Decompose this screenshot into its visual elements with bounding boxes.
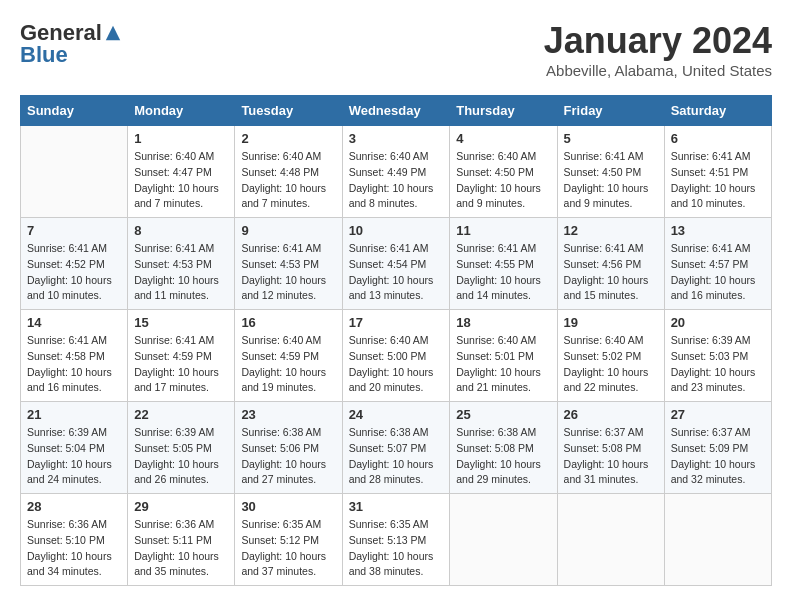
day-number: 12: [564, 223, 658, 238]
calendar-cell: 4Sunrise: 6:40 AMSunset: 4:50 PMDaylight…: [450, 126, 557, 218]
calendar-cell: [557, 494, 664, 586]
day-number: 6: [671, 131, 765, 146]
calendar-cell: 18Sunrise: 6:40 AMSunset: 5:01 PMDayligh…: [450, 310, 557, 402]
day-number: 7: [27, 223, 121, 238]
day-number: 11: [456, 223, 550, 238]
day-info: Sunrise: 6:41 AMSunset: 4:59 PMDaylight:…: [134, 333, 228, 396]
calendar-cell: 31Sunrise: 6:35 AMSunset: 5:13 PMDayligh…: [342, 494, 450, 586]
title-block: January 2024 Abbeville, Alabama, United …: [544, 20, 772, 79]
day-info: Sunrise: 6:37 AMSunset: 5:08 PMDaylight:…: [564, 425, 658, 488]
day-number: 21: [27, 407, 121, 422]
day-info: Sunrise: 6:36 AMSunset: 5:10 PMDaylight:…: [27, 517, 121, 580]
day-number: 9: [241, 223, 335, 238]
day-number: 4: [456, 131, 550, 146]
calendar-cell: 9Sunrise: 6:41 AMSunset: 4:53 PMDaylight…: [235, 218, 342, 310]
col-header-wednesday: Wednesday: [342, 96, 450, 126]
day-info: Sunrise: 6:41 AMSunset: 4:53 PMDaylight:…: [241, 241, 335, 304]
day-info: Sunrise: 6:39 AMSunset: 5:05 PMDaylight:…: [134, 425, 228, 488]
day-number: 31: [349, 499, 444, 514]
calendar-cell: 8Sunrise: 6:41 AMSunset: 4:53 PMDaylight…: [128, 218, 235, 310]
col-header-tuesday: Tuesday: [235, 96, 342, 126]
calendar-body: 1Sunrise: 6:40 AMSunset: 4:47 PMDaylight…: [21, 126, 772, 586]
day-info: Sunrise: 6:38 AMSunset: 5:07 PMDaylight:…: [349, 425, 444, 488]
day-info: Sunrise: 6:40 AMSunset: 4:50 PMDaylight:…: [456, 149, 550, 212]
day-info: Sunrise: 6:41 AMSunset: 4:56 PMDaylight:…: [564, 241, 658, 304]
day-info: Sunrise: 6:38 AMSunset: 5:06 PMDaylight:…: [241, 425, 335, 488]
day-info: Sunrise: 6:40 AMSunset: 4:47 PMDaylight:…: [134, 149, 228, 212]
day-number: 5: [564, 131, 658, 146]
calendar-cell: 3Sunrise: 6:40 AMSunset: 4:49 PMDaylight…: [342, 126, 450, 218]
day-info: Sunrise: 6:41 AMSunset: 4:55 PMDaylight:…: [456, 241, 550, 304]
day-info: Sunrise: 6:37 AMSunset: 5:09 PMDaylight:…: [671, 425, 765, 488]
calendar-cell: 15Sunrise: 6:41 AMSunset: 4:59 PMDayligh…: [128, 310, 235, 402]
calendar-cell: 5Sunrise: 6:41 AMSunset: 4:50 PMDaylight…: [557, 126, 664, 218]
col-header-friday: Friday: [557, 96, 664, 126]
calendar-cell: 17Sunrise: 6:40 AMSunset: 5:00 PMDayligh…: [342, 310, 450, 402]
day-info: Sunrise: 6:40 AMSunset: 4:49 PMDaylight:…: [349, 149, 444, 212]
page-header: General Blue January 2024 Abbeville, Ala…: [20, 20, 772, 79]
month-title: January 2024: [544, 20, 772, 62]
calendar-cell: 22Sunrise: 6:39 AMSunset: 5:05 PMDayligh…: [128, 402, 235, 494]
day-number: 18: [456, 315, 550, 330]
logo: General Blue: [20, 20, 122, 68]
calendar-cell: 21Sunrise: 6:39 AMSunset: 5:04 PMDayligh…: [21, 402, 128, 494]
day-number: 16: [241, 315, 335, 330]
day-number: 1: [134, 131, 228, 146]
calendar-cell: 24Sunrise: 6:38 AMSunset: 5:07 PMDayligh…: [342, 402, 450, 494]
day-number: 10: [349, 223, 444, 238]
col-header-monday: Monday: [128, 96, 235, 126]
svg-marker-0: [106, 26, 120, 40]
logo-icon: [104, 24, 122, 42]
day-number: 13: [671, 223, 765, 238]
day-number: 19: [564, 315, 658, 330]
day-number: 25: [456, 407, 550, 422]
day-info: Sunrise: 6:41 AMSunset: 4:57 PMDaylight:…: [671, 241, 765, 304]
day-info: Sunrise: 6:40 AMSunset: 5:02 PMDaylight:…: [564, 333, 658, 396]
day-number: 29: [134, 499, 228, 514]
calendar-week-row: 14Sunrise: 6:41 AMSunset: 4:58 PMDayligh…: [21, 310, 772, 402]
calendar-cell: 26Sunrise: 6:37 AMSunset: 5:08 PMDayligh…: [557, 402, 664, 494]
calendar-cell: 25Sunrise: 6:38 AMSunset: 5:08 PMDayligh…: [450, 402, 557, 494]
calendar-table: SundayMondayTuesdayWednesdayThursdayFrid…: [20, 95, 772, 586]
day-number: 3: [349, 131, 444, 146]
calendar-week-row: 1Sunrise: 6:40 AMSunset: 4:47 PMDaylight…: [21, 126, 772, 218]
logo-blue-text: Blue: [20, 42, 68, 68]
calendar-cell: 27Sunrise: 6:37 AMSunset: 5:09 PMDayligh…: [664, 402, 771, 494]
day-info: Sunrise: 6:35 AMSunset: 5:12 PMDaylight:…: [241, 517, 335, 580]
location: Abbeville, Alabama, United States: [544, 62, 772, 79]
day-number: 22: [134, 407, 228, 422]
calendar-cell: 1Sunrise: 6:40 AMSunset: 4:47 PMDaylight…: [128, 126, 235, 218]
day-info: Sunrise: 6:38 AMSunset: 5:08 PMDaylight:…: [456, 425, 550, 488]
day-info: Sunrise: 6:40 AMSunset: 5:01 PMDaylight:…: [456, 333, 550, 396]
day-number: 27: [671, 407, 765, 422]
col-header-saturday: Saturday: [664, 96, 771, 126]
calendar-cell: 11Sunrise: 6:41 AMSunset: 4:55 PMDayligh…: [450, 218, 557, 310]
calendar-cell: 16Sunrise: 6:40 AMSunset: 4:59 PMDayligh…: [235, 310, 342, 402]
day-info: Sunrise: 6:41 AMSunset: 4:52 PMDaylight:…: [27, 241, 121, 304]
calendar-cell: 20Sunrise: 6:39 AMSunset: 5:03 PMDayligh…: [664, 310, 771, 402]
day-info: Sunrise: 6:41 AMSunset: 4:53 PMDaylight:…: [134, 241, 228, 304]
calendar-week-row: 7Sunrise: 6:41 AMSunset: 4:52 PMDaylight…: [21, 218, 772, 310]
day-number: 20: [671, 315, 765, 330]
day-info: Sunrise: 6:40 AMSunset: 4:48 PMDaylight:…: [241, 149, 335, 212]
calendar-cell: 13Sunrise: 6:41 AMSunset: 4:57 PMDayligh…: [664, 218, 771, 310]
day-number: 14: [27, 315, 121, 330]
calendar-cell: 14Sunrise: 6:41 AMSunset: 4:58 PMDayligh…: [21, 310, 128, 402]
day-info: Sunrise: 6:39 AMSunset: 5:03 PMDaylight:…: [671, 333, 765, 396]
day-number: 30: [241, 499, 335, 514]
calendar-cell: [664, 494, 771, 586]
day-number: 24: [349, 407, 444, 422]
calendar-week-row: 21Sunrise: 6:39 AMSunset: 5:04 PMDayligh…: [21, 402, 772, 494]
day-number: 23: [241, 407, 335, 422]
day-info: Sunrise: 6:39 AMSunset: 5:04 PMDaylight:…: [27, 425, 121, 488]
calendar-cell: 28Sunrise: 6:36 AMSunset: 5:10 PMDayligh…: [21, 494, 128, 586]
day-info: Sunrise: 6:35 AMSunset: 5:13 PMDaylight:…: [349, 517, 444, 580]
calendar-cell: 19Sunrise: 6:40 AMSunset: 5:02 PMDayligh…: [557, 310, 664, 402]
calendar-cell: 12Sunrise: 6:41 AMSunset: 4:56 PMDayligh…: [557, 218, 664, 310]
day-info: Sunrise: 6:41 AMSunset: 4:54 PMDaylight:…: [349, 241, 444, 304]
day-info: Sunrise: 6:36 AMSunset: 5:11 PMDaylight:…: [134, 517, 228, 580]
col-header-sunday: Sunday: [21, 96, 128, 126]
calendar-cell: 30Sunrise: 6:35 AMSunset: 5:12 PMDayligh…: [235, 494, 342, 586]
day-number: 8: [134, 223, 228, 238]
day-number: 26: [564, 407, 658, 422]
